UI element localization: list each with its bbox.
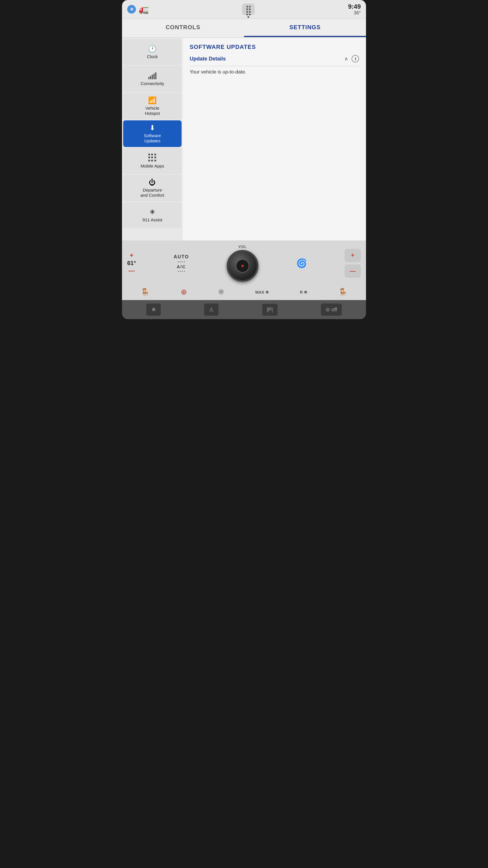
section-title: SOFTWARE UPDATES bbox=[190, 44, 359, 50]
tab-controls[interactable]: CONTROLS bbox=[122, 19, 244, 37]
divider bbox=[190, 66, 359, 66]
left-temp-minus[interactable]: — bbox=[128, 268, 135, 274]
dot bbox=[246, 13, 248, 16]
seat-cool-icon[interactable]: 🪑 bbox=[338, 288, 348, 297]
update-details-label[interactable]: Update Details bbox=[190, 56, 226, 62]
sidebar-item-label: Clock bbox=[147, 54, 158, 59]
max-defrost-label[interactable]: MAX ❄ bbox=[255, 290, 269, 294]
heat-icon: 🌀 bbox=[296, 258, 307, 268]
main-screen: ✕ 🚛 9:49 36° CONTROLS SETTINGS bbox=[122, 0, 366, 319]
power-indicator bbox=[241, 265, 244, 267]
grid-icon bbox=[148, 154, 156, 162]
vol-label: VOL bbox=[238, 245, 247, 249]
steering-heat-icon[interactable]: ⊕ bbox=[181, 288, 187, 297]
dot bbox=[249, 11, 251, 13]
right-temp-minus[interactable]: — bbox=[345, 265, 361, 278]
content-area: SOFTWARE UPDATES Update Details ∧ ℹ Your… bbox=[183, 38, 366, 241]
signal-icon bbox=[148, 72, 156, 79]
dot bbox=[249, 6, 251, 7]
download-icon: ⬇ bbox=[150, 124, 155, 131]
sidebar-item-software-updates[interactable]: ⬇ SoftwareUpdates bbox=[123, 120, 182, 147]
clock-display: 9:49 bbox=[348, 3, 361, 10]
sidebar-item-label: Mobile Apps bbox=[140, 163, 164, 169]
sidebar-item-vehicle-hotspot[interactable]: 📶 VehicleHotspot bbox=[123, 93, 182, 120]
tab-settings[interactable]: SETTINGS bbox=[244, 19, 366, 37]
top-bar: ✕ 🚛 9:49 36° bbox=[122, 0, 366, 19]
dot bbox=[249, 8, 251, 10]
dot bbox=[246, 8, 248, 10]
top-bar-center bbox=[242, 3, 255, 15]
sidebar-item-connectivity[interactable]: Connectivity bbox=[123, 66, 182, 92]
sidebar-item-label: VehicleHotspot bbox=[145, 105, 160, 116]
right-temp-buttons: + — bbox=[345, 249, 361, 278]
outside-temp: 36° bbox=[348, 10, 361, 16]
sidebar-item-label: Connectivity bbox=[140, 81, 164, 86]
sidebar-item-departure-comfort[interactable]: ⏻ Departureand Comfort bbox=[123, 175, 182, 202]
update-status-message: Your vehicle is up-to-date. bbox=[190, 69, 359, 75]
sidebar-item-label: SoftwareUpdates bbox=[144, 133, 161, 144]
sidebar-item-911-assist[interactable]: ✳ 911 Assist bbox=[123, 202, 182, 228]
left-temp-value: 61° bbox=[127, 260, 136, 267]
auto-label: AUTO bbox=[174, 254, 189, 259]
top-bar-right: 9:49 36° bbox=[348, 3, 361, 16]
sidebar-item-clock[interactable]: 🕐 Clock bbox=[123, 39, 182, 65]
volume-knob-inner bbox=[236, 259, 250, 273]
update-details-row: Update Details ∧ ℹ bbox=[190, 55, 359, 62]
right-heat-control: 🌀 bbox=[296, 258, 307, 268]
snowflake-icon: ✳ bbox=[150, 209, 155, 216]
right-temp-plus[interactable]: + bbox=[345, 249, 361, 262]
hw-hazard-button[interactable]: ⚠ bbox=[204, 304, 219, 316]
volume-knob-wrap: VOL bbox=[227, 245, 258, 282]
power-icon: ⏻ bbox=[149, 179, 156, 186]
auto-ac-block: AUTO A/C bbox=[174, 254, 189, 272]
close-button[interactable]: ✕ bbox=[127, 5, 136, 13]
hw-park-button[interactable]: |P| bbox=[262, 304, 278, 316]
sidebar-item-label: 911 Assist bbox=[142, 217, 162, 222]
fan-icon[interactable]: ❋ bbox=[218, 288, 224, 297]
main-content: 🕐 Clock Connectivity 📶 bbox=[122, 38, 366, 241]
bottom-controls: + 61° — AUTO A/C VOL 🌀 + — bbox=[122, 241, 366, 285]
update-details-icons: ∧ ℹ bbox=[344, 55, 359, 62]
dot bbox=[246, 11, 248, 13]
left-temp-control: + 61° — bbox=[127, 252, 136, 274]
seat-heat-icon[interactable]: 🪑 bbox=[140, 288, 150, 297]
dot bbox=[246, 6, 248, 7]
top-bar-left: ✕ 🚛 bbox=[127, 5, 149, 14]
dot bbox=[248, 16, 249, 18]
tab-bar: CONTROLS SETTINGS bbox=[122, 19, 366, 38]
clock-icon: 🕐 bbox=[148, 45, 157, 52]
hw-off-button[interactable]: ⊝ off bbox=[321, 304, 342, 316]
ac-label: A/C bbox=[176, 264, 186, 269]
hardware-buttons: ❄ ⚠ |P| ⊝ off bbox=[122, 300, 366, 319]
info-button[interactable]: ℹ bbox=[352, 55, 359, 62]
sidebar-item-label: Departureand Comfort bbox=[140, 187, 164, 198]
left-temp-plus[interactable]: + bbox=[130, 252, 134, 259]
chevron-up-icon[interactable]: ∧ bbox=[344, 56, 348, 62]
sidebar: 🕐 Clock Connectivity 📶 bbox=[122, 38, 183, 241]
apps-button[interactable] bbox=[242, 3, 255, 15]
wifi-icon: 📶 bbox=[148, 97, 157, 104]
volume-knob[interactable] bbox=[227, 250, 258, 282]
rear-defrost-label[interactable]: R ❄ bbox=[300, 290, 307, 294]
bottom-icons-row: 🪑 ⊕ ❋ MAX ❄ R ❄ 🪑 bbox=[122, 285, 366, 300]
dot bbox=[249, 13, 251, 16]
vehicle-icon: 🚛 bbox=[139, 5, 149, 14]
sidebar-item-mobile-apps[interactable]: Mobile Apps bbox=[123, 148, 182, 174]
hw-defrost-button[interactable]: ❄ bbox=[146, 304, 161, 316]
